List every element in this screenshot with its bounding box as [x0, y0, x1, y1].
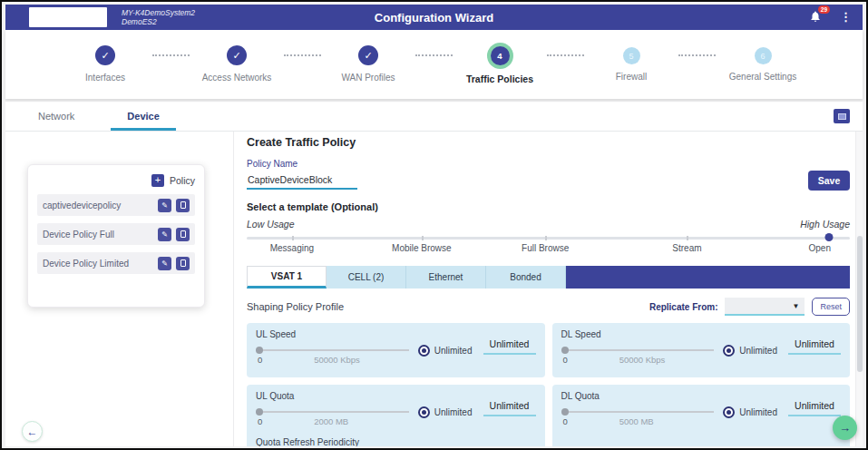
header-bar: MY-K4DemoSystem2 DemoES2 Configuration W… — [5, 5, 863, 30]
step-label: Access Networks — [202, 73, 272, 83]
tab-network[interactable]: Network — [29, 102, 83, 131]
template-option-stream[interactable]: Stream — [672, 243, 701, 253]
range-handle[interactable] — [256, 408, 263, 416]
step-label: WAN Profiles — [341, 73, 395, 83]
step-interfaces[interactable]: ✓ Interfaces — [58, 43, 152, 99]
edit-icon[interactable]: ✎ — [158, 257, 171, 270]
radio-selected-icon[interactable] — [418, 406, 430, 418]
policy-row[interactable]: captivedevicepolicy ✎ — [37, 194, 195, 216]
tab-vsat1[interactable]: VSAT 1 — [247, 266, 327, 289]
delete-icon[interactable] — [176, 228, 190, 241]
range-row: 0 50000 Kbps Unlimited Unlimited — [561, 344, 842, 367]
back-button[interactable]: ← — [22, 421, 43, 442]
template-slider[interactable] — [247, 233, 850, 241]
slider-tick — [545, 236, 547, 240]
step-access-networks[interactable]: ✓ Access Networks — [190, 43, 284, 99]
shaping-title: Shaping Policy Profile — [247, 301, 344, 312]
step-traffic-policies[interactable]: 4 Traffic Policies — [453, 43, 547, 99]
step-connector — [415, 54, 453, 99]
step-wan-profiles[interactable]: ✓ WAN Profiles — [321, 43, 415, 99]
tab-ethernet[interactable]: Ethernet — [406, 266, 486, 289]
range-track — [561, 349, 715, 351]
kebab-menu-icon[interactable]: ⋮ — [840, 11, 852, 24]
policy-name-label: Policy Name — [247, 159, 850, 169]
shaping-cards: UL Speed 0 50000 Kbps Unlimited Unlimi — [247, 323, 850, 446]
scrollbar-thumb[interactable] — [857, 236, 863, 372]
scrollbar[interactable] — [855, 132, 863, 446]
ul-quota-card: UL Quota 0 2000 MB Unlimited Unlimited — [247, 385, 545, 446]
policy-row[interactable]: Device Policy Full ✎ — [37, 223, 195, 245]
range-handle[interactable] — [256, 347, 263, 354]
radio-selected-icon[interactable] — [418, 345, 430, 357]
edit-icon[interactable]: ✎ — [158, 199, 171, 212]
slider-tick — [687, 236, 688, 240]
unlimited-radio-label: Unlimited — [739, 407, 777, 417]
range-handle[interactable] — [561, 408, 569, 416]
radio-selected-icon[interactable] — [723, 345, 735, 357]
slider-tick — [422, 236, 424, 240]
range-slider[interactable]: 0 50000 Kbps — [561, 344, 715, 367]
template-option-mobile-browse[interactable]: Mobile Browse — [392, 243, 452, 253]
delete-icon[interactable] — [176, 257, 190, 270]
plus-icon: + — [151, 174, 164, 187]
step-firewall[interactable]: 5 Firewall — [584, 43, 678, 99]
slider-thumb[interactable] — [824, 233, 833, 241]
step-number: 6 — [755, 47, 772, 64]
range-track — [256, 411, 409, 413]
step-connector — [152, 54, 190, 99]
template-option-full-browse[interactable]: Full Browse — [522, 243, 569, 253]
unlimited-radio-group[interactable]: Unlimited — [418, 406, 473, 418]
delete-glyph — [180, 259, 186, 267]
unlimited-value-field[interactable]: Unlimited — [483, 338, 536, 355]
add-policy-label: Policy — [170, 175, 195, 186]
step-connector — [678, 54, 716, 99]
policy-row[interactable]: Device Policy Limited ✎ — [37, 252, 195, 274]
range-slider[interactable]: 0 2000 MB — [256, 406, 409, 429]
step-number: 4 — [491, 46, 510, 65]
range-slider[interactable]: 0 50000 Kbps — [256, 344, 409, 367]
step-connector — [284, 54, 321, 99]
chevron-down-icon: ▼ — [793, 302, 800, 310]
step-connector — [547, 54, 584, 99]
template-option-open[interactable]: Open — [809, 243, 831, 253]
range-track — [256, 349, 409, 351]
unlimited-radio-label: Unlimited — [434, 407, 473, 417]
tab-device[interactable]: Device — [118, 102, 168, 131]
policy-name: Device Policy Limited — [43, 259, 153, 269]
step-label: Interfaces — [85, 73, 125, 83]
tab-bonded[interactable]: Bonded — [486, 266, 566, 289]
reset-button[interactable]: Reset — [812, 298, 850, 316]
notification-bell-icon[interactable]: 29 — [809, 10, 824, 24]
range-handle[interactable] — [561, 347, 569, 354]
save-button[interactable]: Save — [808, 171, 850, 191]
add-policy-button[interactable]: + Policy — [37, 174, 195, 187]
unlimited-radio-group[interactable]: Unlimited — [723, 345, 777, 357]
content-area: + Policy captivedevicepolicy ✎ Device Po… — [5, 132, 863, 446]
edit-icon[interactable]: ✎ — [158, 228, 171, 241]
unlimited-radio-group[interactable]: Unlimited — [418, 345, 473, 357]
radio-selected-icon[interactable] — [723, 406, 735, 418]
unlimited-value-field[interactable]: Unlimited — [788, 338, 841, 355]
expand-window-icon[interactable] — [834, 109, 850, 123]
unlimited-value-field[interactable]: Unlimited — [788, 400, 841, 416]
range-min: 0 — [258, 416, 262, 426]
policy-name-input[interactable] — [247, 172, 357, 190]
step-general-settings[interactable]: 6 General Settings — [716, 43, 810, 99]
unlimited-radio-group[interactable]: Unlimited — [723, 406, 777, 418]
replicate-from-select[interactable]: ▼ — [725, 298, 805, 316]
range-min: 0 — [258, 355, 262, 365]
range-min: 0 — [563, 416, 568, 426]
next-button[interactable]: → — [833, 416, 857, 440]
range-max: 50000 Kbps — [619, 355, 666, 365]
policy-name: captivedevicepolicy — [43, 201, 153, 210]
delete-icon[interactable] — [176, 199, 190, 212]
delete-glyph — [180, 230, 186, 238]
check-icon: ✓ — [358, 45, 378, 65]
policy-name: Device Policy Full — [43, 230, 153, 240]
template-option-messaging[interactable]: Messaging — [270, 243, 314, 253]
step-label: Traffic Policies — [466, 73, 533, 84]
range-slider[interactable]: 0 5000 MB — [561, 406, 715, 429]
tab-cell[interactable]: CELL (2) — [327, 266, 406, 289]
unlimited-value-field[interactable]: Unlimited — [483, 400, 536, 416]
slider-tick — [292, 236, 294, 240]
